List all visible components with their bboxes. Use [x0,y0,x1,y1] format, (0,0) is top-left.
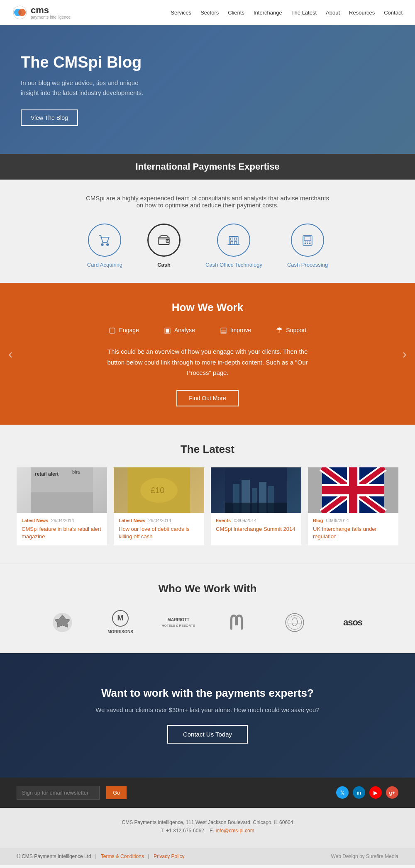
logo-name: cms [31,6,71,15]
client-mcdonalds [216,610,257,635]
article-body-1: Latest News 29/04/2014 CMSpi feature in … [17,513,107,545]
footer-bar: Go 𝕏 in ▶ g+ [0,778,415,808]
svg-rect-49 [349,467,357,513]
hero-title: The CMSpi Blog [21,53,154,71]
article-img-4 [308,467,398,513]
divider: | [95,853,97,859]
support-icon: ☂ [276,326,283,335]
footer-links-right: Web Design by Surefire Media [331,853,398,859]
logo: cms payments intelligence [12,5,71,20]
footer-info: CMS Payments Intelligence, 111 West Jack… [0,808,415,848]
carousel-next-button[interactable]: › [402,346,407,361]
main-nav: Services Sectors Clients Interchange The… [171,10,403,16]
article-tag-1: Latest News [22,518,48,523]
article-card-3[interactable]: Events 03/09/2014 CMSpi Interchange Summ… [211,467,301,545]
step-analyse-label: Analyse [174,327,195,333]
article-card-2[interactable]: £10 Latest News 29/04/2014 How our love … [114,467,204,545]
header: cms payments intelligence Services Secto… [0,0,415,25]
latest-title: The Latest [17,443,398,456]
analyse-icon: ▣ [164,326,171,335]
newsletter-input[interactable] [17,786,100,800]
article-body-4: Blog 03/09/2014 UK Interchange falls und… [308,513,398,545]
contact-us-button[interactable]: Contact Us Today [167,725,248,744]
article-card-4[interactable]: Blog 03/09/2014 UK Interchange falls und… [308,467,398,545]
find-out-more-button[interactable]: Find Out More [176,390,238,406]
divider2: | [148,853,149,859]
card-acquiring-icon-circle [88,224,121,257]
latest-grid: retail alert bira Latest News 29/04/2014… [17,467,398,545]
nav-services[interactable]: Services [171,10,191,16]
how-description: This could be an overview of how you eng… [104,346,311,378]
youtube-button[interactable]: ▶ [369,786,382,799]
expertise-banner: International Payments Expertise [0,154,415,180]
footer-address: CMS Payments Intelligence, 111 West Jack… [17,819,398,825]
how-title: How We Work [17,301,398,314]
footer-email: E. info@cms-pi.com [210,828,254,834]
article-img-1: retail alert bira [17,467,107,513]
newsletter-go-button[interactable]: Go [106,786,127,799]
svg-rect-40 [225,503,287,513]
expertise-cash-office[interactable]: Cash Office Technology [205,224,262,268]
cash-processing-label: Cash Processing [287,262,328,268]
cash-image: £10 [114,467,204,513]
card-acquiring-label: Card Acquiring [87,262,122,268]
expertise-cash[interactable]: Cash [147,224,181,268]
nav-interchange[interactable]: Interchange [254,10,282,16]
footer-email-link[interactable]: info@cms-pi.com [216,828,254,834]
wallet-icon [156,233,171,248]
hero-section: The CMSpi Blog In our blog we give advic… [0,25,415,154]
footer-links: © CMS Payments Intelligence Ltd | Terms … [0,848,415,865]
article-title-1: CMSpi feature in bira's retail alert mag… [22,525,102,540]
logo-icon [12,5,27,20]
article-meta-3: Events 03/09/2014 [216,518,296,523]
linkedin-button[interactable]: in [353,786,365,799]
nav-clients[interactable]: Clients [228,10,244,16]
cash-icon-circle [147,224,181,257]
svg-point-11 [167,240,168,241]
how-step-analyse: ▣ Analyse [164,326,195,335]
nav-resources[interactable]: Resources [349,10,375,16]
svg-rect-14 [234,238,237,240]
article-body-3: Events 03/09/2014 CMSpi Interchange Summ… [211,513,301,538]
article-meta-2: Latest News 29/04/2014 [119,518,199,523]
how-step-engage: ▢ Engage [109,326,139,335]
nav-contact[interactable]: Contact [384,10,403,16]
svg-rect-30 [31,492,93,513]
nav-about[interactable]: About [326,10,340,16]
article-date-3: 03/09/2014 [234,518,256,523]
article-title-2: How our love of debit cards is killing o… [119,525,199,540]
twitter-button[interactable]: 𝕏 [336,786,349,799]
terms-link[interactable]: Terms & Conditions [101,853,144,859]
cta-section: Want to work with the payments experts? … [0,653,415,778]
clients-logos: M MORRISONS MARRIOTTHOTELS & RESORTS [17,610,398,635]
step-engage-label: Engage [119,327,139,333]
view-blog-button[interactable]: View The Blog [21,109,78,126]
expertise-cash-processing[interactable]: Cash Processing [287,224,328,268]
client-starbucks [274,610,315,635]
client-asos: asos [332,610,374,635]
article-meta-4: Blog 03/09/2014 [313,518,393,523]
carousel-prev-button[interactable]: ‹ [8,346,13,361]
svg-rect-16 [234,242,237,245]
building-icon [226,233,241,248]
nav-latest[interactable]: The Latest [291,10,317,16]
svg-rect-19 [304,237,311,241]
article-date-2: 29/04/2014 [148,518,171,523]
expertise-icons: Card Acquiring Cash [17,224,398,268]
article-tag-2: Latest News [119,518,145,523]
clients-section: Who We Work With M MORRISONS MARRIOTTHOT… [0,564,415,653]
expertise-card-acquiring[interactable]: Card Acquiring [87,224,122,268]
how-step-improve: ▤ Improve [220,326,251,335]
privacy-link[interactable]: Privacy Policy [154,853,185,859]
uk-image [308,467,398,513]
svg-point-2 [18,9,26,16]
googleplus-button[interactable]: g+ [386,786,398,799]
nav-sectors[interactable]: Sectors [200,10,219,16]
footer-links-left: © CMS Payments Intelligence Ltd | Terms … [17,853,185,859]
city-image [211,467,301,513]
svg-text:bira: bira [72,470,80,474]
cart-icon [97,233,112,248]
latest-section: The Latest retail alert bira Latest News… [0,425,415,564]
article-card-1[interactable]: retail alert bira Latest News 29/04/2014… [17,467,107,545]
mcdonalds-logo [224,612,249,633]
